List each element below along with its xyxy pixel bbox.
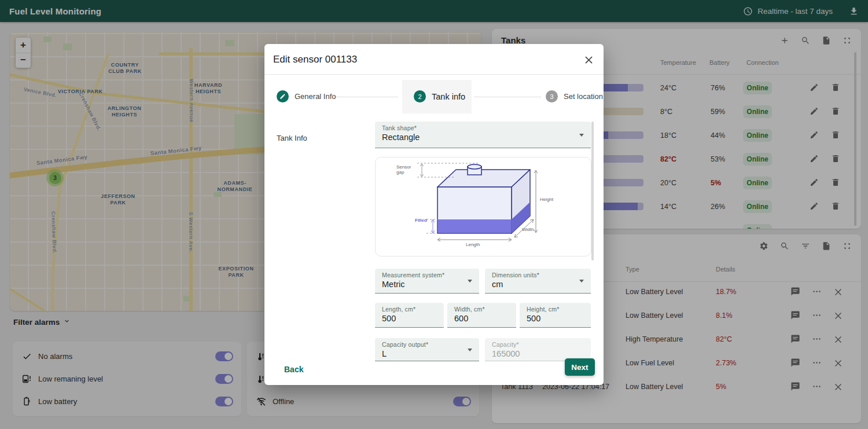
app-root: Fuel Level Monitoring Realtime - last 7 … xyxy=(0,0,868,429)
field-value: Metric xyxy=(382,280,472,289)
capacity-output-select[interactable]: Capacity output* L xyxy=(375,338,479,361)
section-label: Tank Info xyxy=(277,134,307,142)
diagram-label-height: Height xyxy=(540,197,553,202)
field-label: Tank shape* xyxy=(382,124,584,131)
tank-diagram: Sensor gap Height Filled Width Length xyxy=(375,157,591,256)
step-edit-icon xyxy=(277,90,289,102)
field-value: 500 xyxy=(382,314,437,323)
field-label: Measurement system* xyxy=(382,272,472,278)
field-label: Width, cm* xyxy=(454,306,509,313)
diagram-label-sensor-gap: Sensor gap xyxy=(396,164,416,175)
edit-sensor-modal: Edit sensor 001133 General Info 2 Tank i… xyxy=(264,44,604,385)
modal-scrollbar[interactable] xyxy=(591,122,594,261)
dropdown-caret-icon xyxy=(579,280,584,283)
field-label: Height, cm* xyxy=(527,306,584,313)
close-icon[interactable] xyxy=(583,54,594,65)
dropdown-caret-icon xyxy=(579,134,584,137)
diagram-label-length: Length xyxy=(466,242,480,247)
field-value: 600 xyxy=(454,314,509,323)
dropdown-caret-icon xyxy=(468,280,472,283)
diagram-label-filled: Filled xyxy=(415,218,427,223)
field-value: 165000 xyxy=(492,349,584,358)
height-field[interactable]: Height, cm* 500 xyxy=(520,303,591,328)
modal-title: Edit sensor 001133 xyxy=(273,54,357,65)
capacity-field: Capacity* 165000 xyxy=(485,338,591,361)
step-number: 2 xyxy=(414,90,426,102)
step-label: General Info xyxy=(295,92,336,101)
field-value: Rectangle xyxy=(382,133,584,142)
field-value: cm xyxy=(492,280,584,289)
field-label: Capacity output* xyxy=(382,341,472,348)
field-label: Capacity* xyxy=(492,341,584,348)
length-field[interactable]: Length, cm* 500 xyxy=(375,303,444,328)
step-general-info[interactable]: General Info xyxy=(277,90,336,102)
field-label: Length, cm* xyxy=(382,306,437,313)
field-label: Dimension units* xyxy=(492,272,584,278)
step-label: Set location xyxy=(564,92,603,101)
measurement-system-select[interactable]: Measurement system* Metric xyxy=(375,269,479,294)
step-tank-info[interactable]: 2 Tank info xyxy=(414,90,465,102)
field-value: 500 xyxy=(527,314,584,323)
field-value: L xyxy=(382,349,472,358)
diagram-label-width: Width xyxy=(522,227,534,232)
width-field[interactable]: Width, cm* 600 xyxy=(447,303,516,328)
step-label: Tank info xyxy=(432,92,465,101)
dropdown-caret-icon xyxy=(468,349,472,351)
step-number: 3 xyxy=(546,90,558,102)
tank-shape-select[interactable]: Tank shape* Rectangle xyxy=(375,122,591,148)
step-set-location[interactable]: 3 Set location xyxy=(546,90,603,102)
next-button[interactable]: Next xyxy=(565,358,595,376)
dimension-units-select[interactable]: Dimension units* cm xyxy=(485,269,591,294)
back-button[interactable]: Back xyxy=(279,361,308,377)
